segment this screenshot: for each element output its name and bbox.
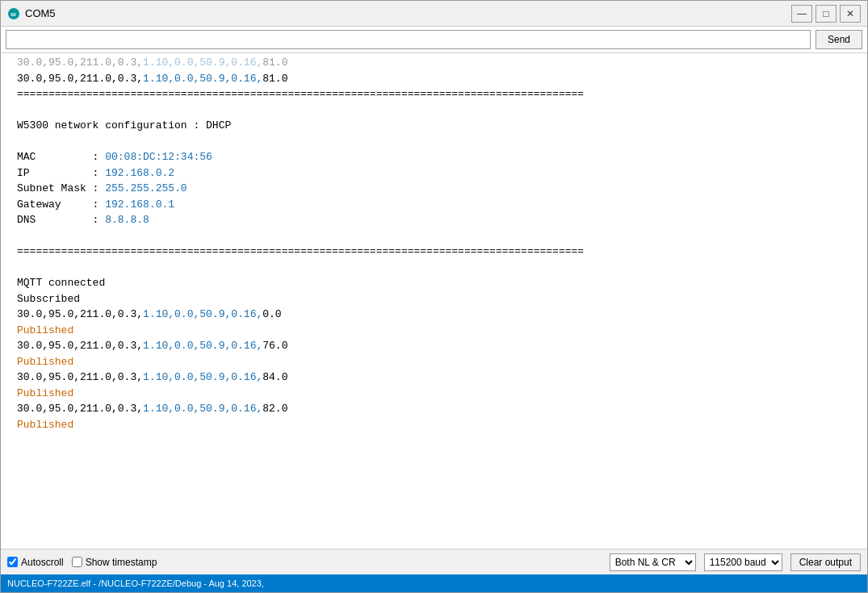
output-line (17, 134, 864, 150)
send-bar: Send (1, 27, 867, 53)
show-timestamp-checkbox[interactable] (72, 557, 82, 567)
output-line: Subscribed (17, 291, 864, 307)
title-bar: ∞ COM5 — □ ✕ (1, 1, 867, 27)
output-line: W5300 network configuration : DHCP (17, 118, 864, 134)
status-bar: NUCLEO-F722ZE.elf - /NUCLEO-F722ZE/Debug… (1, 574, 867, 592)
output-line: Published (17, 323, 864, 339)
send-button[interactable]: Send (816, 30, 862, 49)
line-ending-select[interactable]: Both NL & CR No line ending Newline Carr… (610, 553, 696, 571)
output-line: MAC : 00:08:DC:12:34:56 (17, 149, 864, 165)
output-line: Published (17, 417, 864, 433)
output-line: 30.0,95.0,211.0,0.3,1.10,0.0,50.9,0.16,8… (17, 55, 864, 71)
output-line (17, 102, 864, 119)
output-line: 30.0,95.0,211.0,0.3,1.10,0.0,50.9,0.16,8… (17, 71, 864, 87)
maximize-button[interactable]: □ (816, 5, 837, 23)
main-window: ∞ COM5 — □ ✕ Send 30.0,95.0,211.0,0.3,1.… (0, 0, 868, 593)
output-line: ========================================… (17, 244, 864, 260)
output-line (17, 260, 864, 276)
output-line: Published (17, 386, 864, 402)
output-line (17, 449, 864, 465)
autoscroll-text: Autoscroll (21, 557, 64, 568)
output-line: Gateway : 192.168.0.1 (17, 197, 864, 213)
show-timestamp-text: Show timestamp (86, 557, 157, 568)
show-timestamp-label[interactable]: Show timestamp (72, 557, 157, 568)
close-button[interactable]: ✕ (840, 5, 861, 23)
autoscroll-checkbox[interactable] (7, 557, 18, 567)
output-area[interactable]: 30.0,95.0,211.0,0.3,1.10,0.0,50.9,0.16,8… (1, 53, 867, 549)
output-line: ========================================… (17, 86, 864, 102)
clear-output-button[interactable]: Clear output (790, 553, 861, 571)
baud-rate-select[interactable]: 115200 baud 9600 baud 19200 baud 38400 b… (704, 553, 782, 571)
output-line: 30.0,95.0,211.0,0.3,1.10,0.0,50.9,0.16,0… (17, 307, 864, 323)
autoscroll-label[interactable]: Autoscroll (7, 557, 64, 568)
minimize-button[interactable]: — (791, 5, 812, 23)
status-text: NUCLEO-F722ZE.elf - /NUCLEO-F722ZE/Debug… (7, 578, 264, 588)
output-line: IP : 192.168.0.2 (17, 165, 864, 182)
send-input[interactable] (6, 30, 811, 49)
arduino-icon: ∞ (7, 7, 20, 20)
window-title: COM5 (25, 7, 791, 19)
output-line: MQTT connected (17, 275, 864, 291)
output-line: DNS : 8.8.8.8 (17, 212, 864, 228)
output-line: Subnet Mask : 255.255.255.0 (17, 181, 864, 197)
output-line (17, 432, 864, 449)
output-line: Published (17, 354, 864, 370)
output-line: 30.0,95.0,211.0,0.3,1.10,0.0,50.9,0.16,7… (17, 338, 864, 354)
output-line: 30.0,95.0,211.0,0.3,1.10,0.0,50.9,0.16,8… (17, 370, 864, 386)
window-controls: — □ ✕ (791, 5, 861, 23)
output-line (17, 228, 864, 244)
svg-text:∞: ∞ (10, 10, 16, 19)
output-line: 30.0,95.0,211.0,0.3,1.10,0.0,50.9,0.16,8… (17, 401, 864, 417)
bottom-bar: Autoscroll Show timestamp Both NL & CR N… (1, 549, 867, 574)
